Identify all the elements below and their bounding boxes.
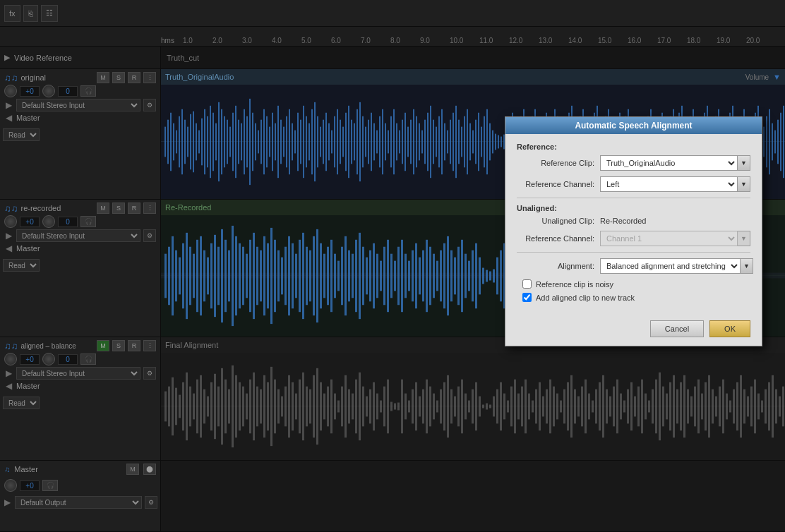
alignment-row: Alignment: Balanced alignment and stretc… (517, 258, 750, 274)
alignment-select[interactable]: Balanced alignment and stretching (600, 258, 741, 274)
reference-channel-row: Reference Channel: Left ▼ (517, 176, 750, 192)
dialog-body: Reference: Reference Clip: Truth_Origina… (505, 134, 762, 315)
reference-clip-dropdown-btn[interactable]: ▼ (738, 155, 750, 171)
reference-channel-dropdown-btn[interactable]: ▼ (738, 176, 750, 192)
alignment-dropdown-btn[interactable]: ▼ (741, 258, 753, 274)
unaligned-clip-label: Unaligned Clip: (517, 217, 594, 225)
dialog-title: Automatic Speech Alignment (505, 117, 762, 134)
dialog-footer: Cancel OK (505, 315, 762, 346)
reference-clip-label: Reference Clip: (517, 159, 594, 167)
unaligned-clip-row: Unaligned Clip: Re-Recorded (517, 217, 750, 225)
noisy-checkbox-row: Reference clip is noisy (517, 279, 750, 289)
reference-channel-select[interactable]: Left (600, 176, 738, 192)
dialog-divider-1 (517, 198, 750, 198)
dialog-divider-2 (517, 252, 750, 253)
reference-clip-select[interactable]: Truth_OriginalAudio (600, 155, 738, 171)
new-track-checkbox-label: Add aligned clip to new track (536, 294, 635, 302)
unaligned-channel-label: Reference Channel: (517, 234, 594, 243)
new-track-checkbox[interactable] (522, 293, 532, 302)
unaligned-channel-select[interactable]: Channel 1 (600, 231, 738, 246)
unaligned-channel-row: Reference Channel: Channel 1 ▼ (517, 231, 750, 246)
unaligned-section-label: Unaligned: (517, 204, 750, 212)
noisy-checkbox[interactable] (522, 279, 532, 289)
dialog-overlay: Automatic Speech Alignment Reference: Re… (0, 0, 785, 532)
unaligned-clip-value: Re-Recorded (600, 217, 750, 225)
cancel-button[interactable]: Cancel (650, 320, 704, 337)
reference-channel-label: Reference Channel: (517, 180, 594, 188)
reference-section-label: Reference: (517, 143, 750, 151)
noisy-checkbox-label: Reference clip is noisy (536, 280, 613, 289)
alignment-label: Alignment: (517, 262, 594, 270)
new-track-checkbox-row: Add aligned clip to new track (517, 293, 750, 302)
reference-clip-row: Reference Clip: Truth_OriginalAudio ▼ (517, 155, 750, 171)
unaligned-channel-dropdown-btn[interactable]: ▼ (738, 231, 750, 246)
automatic-speech-alignment-dialog: Automatic Speech Alignment Reference: Re… (505, 116, 762, 346)
ok-button[interactable]: OK (709, 320, 750, 337)
